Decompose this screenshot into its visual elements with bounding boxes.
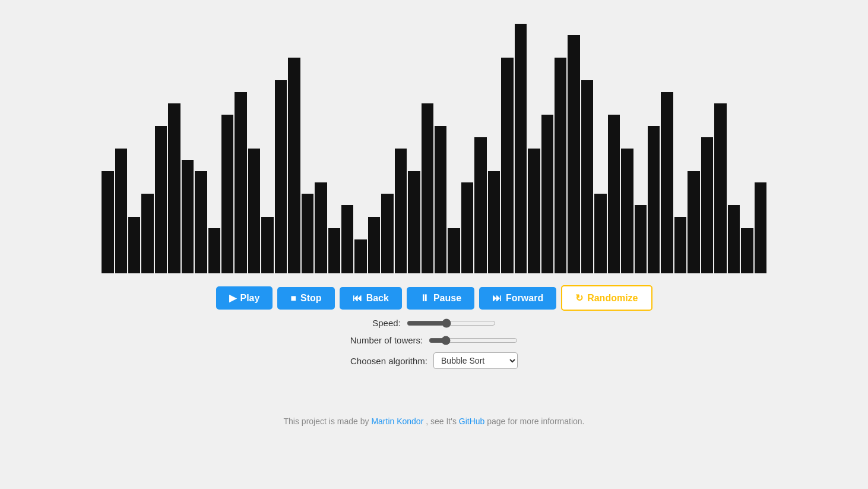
forward-button[interactable]: ⏭ Forward xyxy=(479,287,556,310)
controls-panel: ▶ Play ■ Stop ⏮ Back ⏸ Pause ⏭ Forward ↻… xyxy=(216,285,652,369)
stop-button[interactable]: ■ Stop xyxy=(277,287,334,310)
forward-label: Forward xyxy=(506,293,543,304)
bar xyxy=(195,171,207,273)
bar xyxy=(608,115,620,273)
bar xyxy=(674,217,686,273)
footer-middle: , see It's xyxy=(426,417,459,426)
stop-label: Stop xyxy=(300,293,322,304)
bar xyxy=(381,194,393,273)
bar xyxy=(208,228,220,273)
bar xyxy=(448,228,460,273)
speed-row: Speed: xyxy=(372,318,496,328)
bar xyxy=(555,58,566,273)
speed-label: Speed: xyxy=(372,318,401,328)
play-icon: ▶ xyxy=(229,292,236,304)
algorithm-row: Choosen algorithm: Bubble SortSelection … xyxy=(350,352,518,369)
bar xyxy=(235,92,246,273)
author-link[interactable]: Martin Kondor xyxy=(371,417,423,426)
back-icon: ⏮ xyxy=(353,293,362,304)
bar xyxy=(661,92,673,273)
stop-icon: ■ xyxy=(290,293,296,304)
play-label: Play xyxy=(240,293,260,304)
forward-icon: ⏭ xyxy=(492,293,502,304)
towers-row: Number of towers: xyxy=(350,335,518,345)
bar xyxy=(594,194,606,273)
bar xyxy=(581,80,593,273)
bar xyxy=(288,58,300,273)
bar xyxy=(261,217,273,273)
footer-suffix: page for more information. xyxy=(487,417,584,426)
bar xyxy=(422,103,433,273)
bar xyxy=(354,239,366,273)
pause-icon: ⏸ xyxy=(420,293,429,304)
bar xyxy=(408,171,420,273)
bar xyxy=(701,137,713,273)
back-label: Back xyxy=(366,293,389,304)
bar xyxy=(568,35,579,273)
bar xyxy=(248,149,260,273)
bar xyxy=(302,194,313,273)
bar xyxy=(341,205,353,273)
bar xyxy=(128,217,140,273)
bar xyxy=(635,205,647,273)
bar xyxy=(221,115,233,273)
bar xyxy=(621,149,633,273)
chart-area xyxy=(78,12,790,273)
pause-button[interactable]: ⏸ Pause xyxy=(407,287,474,310)
bar xyxy=(648,126,660,273)
bar xyxy=(501,58,513,273)
algorithm-select[interactable]: Bubble SortSelection SortInsertion SortM… xyxy=(433,352,518,369)
randomize-icon: ↻ xyxy=(575,292,583,304)
bar xyxy=(395,149,407,273)
bar xyxy=(741,228,753,273)
back-button[interactable]: ⏮ Back xyxy=(340,287,402,310)
footer: This project is made by Martin Kondor , … xyxy=(284,417,585,426)
bar xyxy=(328,228,340,273)
bar xyxy=(541,115,553,273)
bar xyxy=(688,171,699,273)
bar xyxy=(182,160,194,273)
play-button[interactable]: ▶ Play xyxy=(216,286,273,310)
bar xyxy=(714,103,726,273)
bar xyxy=(168,103,180,273)
footer-prefix: This project is made by xyxy=(284,417,372,426)
randomize-label: Randomize xyxy=(587,293,638,304)
bar xyxy=(315,182,327,273)
bar xyxy=(275,80,287,273)
github-link[interactable]: GitHub xyxy=(459,417,485,426)
algorithm-label: Choosen algorithm: xyxy=(350,356,427,366)
randomize-button[interactable]: ↻ Randomize xyxy=(561,285,652,311)
bar xyxy=(488,171,500,273)
bar xyxy=(155,126,167,273)
bar xyxy=(102,171,113,273)
pause-label: Pause xyxy=(433,293,461,304)
bar xyxy=(474,137,486,273)
towers-slider[interactable] xyxy=(429,336,518,345)
bar xyxy=(368,217,380,273)
bar xyxy=(461,182,473,273)
button-row: ▶ Play ■ Stop ⏮ Back ⏸ Pause ⏭ Forward ↻… xyxy=(216,285,652,311)
bar xyxy=(528,149,540,273)
bar xyxy=(755,182,766,273)
speed-slider[interactable] xyxy=(407,318,496,328)
bar xyxy=(435,126,446,273)
towers-label: Number of towers: xyxy=(350,335,423,345)
bar xyxy=(141,194,153,273)
bar xyxy=(115,149,127,273)
bar xyxy=(515,24,527,273)
bar xyxy=(728,205,740,273)
